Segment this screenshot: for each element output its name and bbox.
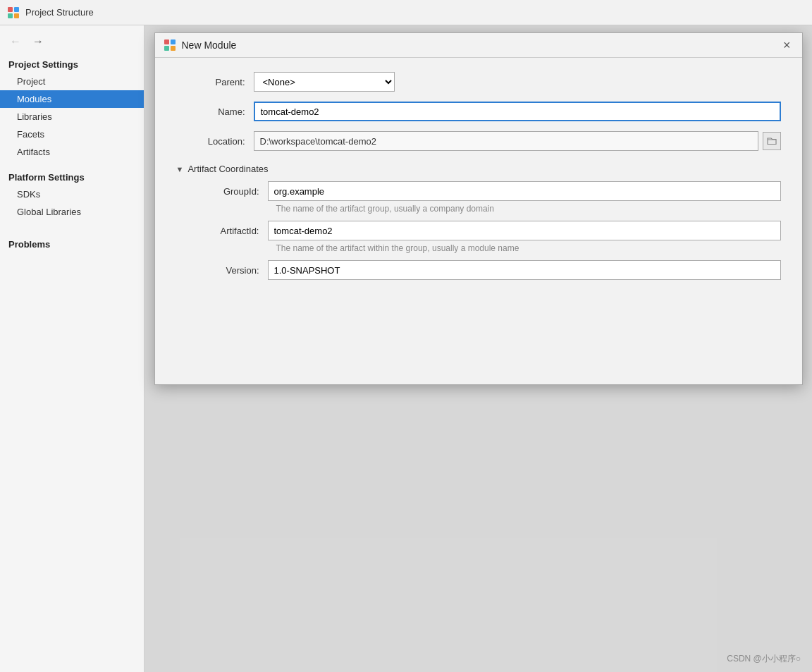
svg-rect-5 [171, 39, 176, 44]
artifact-coordinates-section: ▼ Artifact Coordinates GroupId: [176, 161, 781, 280]
groupid-control-wrapper [268, 181, 781, 201]
artifact-section-title: Artifact Coordinates [187, 164, 268, 174]
dialog-content: Parent: <None> Name: [155, 58, 802, 384]
artifactid-label: ArtifactId: [190, 226, 268, 236]
version-row: Version: [190, 260, 781, 280]
dialog-title: New Module [182, 39, 775, 51]
sidebar-item-sdks[interactable]: SDKs [0, 185, 144, 203]
sidebar: ← → Project Settings Project Modules Lib… [0, 25, 144, 672]
name-control-wrapper [254, 102, 781, 121]
problems-header: Problems [0, 235, 144, 252]
groupid-hint: The name of the artifact group, usually … [190, 204, 781, 214]
platform-settings-header: Platform Settings [0, 168, 144, 185]
sidebar-item-global-libraries[interactable]: Global Libraries [0, 203, 144, 221]
folder-icon [767, 136, 777, 146]
name-input[interactable] [254, 102, 781, 121]
new-module-dialog: New Module × Parent: <None> [154, 32, 803, 385]
name-label: Name: [176, 106, 254, 117]
svg-rect-7 [171, 46, 176, 51]
watermark: CSDN @小小程序○ [727, 653, 801, 665]
back-button[interactable]: ← [7, 34, 24, 49]
svg-rect-2 [8, 13, 13, 18]
name-row: Name: [176, 102, 781, 121]
version-label: Version: [190, 265, 268, 276]
artifactid-control-wrapper [268, 221, 781, 240]
main-title: Project Structure [25, 7, 94, 18]
parent-control-wrapper: <None> [254, 72, 781, 92]
location-input[interactable] [254, 131, 758, 151]
dialog-close-button[interactable]: × [780, 39, 794, 51]
version-input[interactable] [268, 260, 781, 280]
nav-controls: ← → [0, 31, 144, 55]
sidebar-item-artifacts[interactable]: Artifacts [0, 143, 144, 161]
version-control-wrapper [268, 260, 781, 280]
location-label: Location: [176, 136, 254, 147]
sidebar-item-libraries[interactable]: Libraries [0, 108, 144, 126]
main-title-bar: Project Structure [0, 0, 812, 25]
parent-row: Parent: <None> [176, 72, 781, 92]
groupid-row: GroupId: [190, 181, 781, 201]
collapse-arrow-icon: ▼ [176, 165, 184, 173]
svg-rect-3 [14, 13, 19, 18]
dialog-overlay: New Module × Parent: <None> [144, 25, 812, 672]
sidebar-item-modules[interactable]: Modules [0, 90, 144, 108]
svg-rect-6 [164, 46, 169, 51]
app-icon [7, 6, 20, 19]
dialog-title-bar: New Module × [155, 33, 802, 58]
parent-label: Parent: [176, 77, 254, 87]
project-settings-header: Project Settings [0, 55, 144, 73]
forward-button[interactable]: → [30, 34, 47, 49]
svg-rect-4 [164, 39, 169, 44]
sidebar-item-facets[interactable]: Facets [0, 126, 144, 143]
svg-rect-1 [14, 7, 19, 12]
artifact-section-toggle[interactable]: ▼ Artifact Coordinates [176, 161, 781, 181]
sidebar-item-project[interactable]: Project [0, 73, 144, 90]
groupid-input[interactable] [268, 181, 781, 201]
artifactid-input[interactable] [268, 221, 781, 240]
artifactid-hint: The name of the artifact within the grou… [190, 243, 781, 253]
svg-rect-0 [8, 7, 13, 12]
groupid-label: GroupId: [190, 186, 268, 197]
dialog-icon [164, 39, 176, 51]
location-browse-button[interactable] [763, 132, 781, 150]
parent-select[interactable]: <None> [254, 72, 395, 92]
location-row: Location: [176, 131, 781, 151]
location-control-wrapper [254, 131, 781, 151]
artifact-form: GroupId: The name of the artifact group,… [176, 181, 781, 280]
artifactid-row: ArtifactId: [190, 221, 781, 240]
